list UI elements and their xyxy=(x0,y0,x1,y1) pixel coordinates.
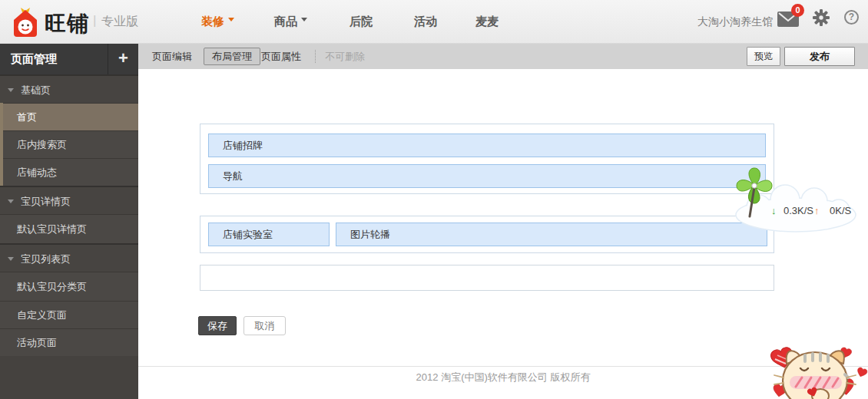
nav-item-backyard[interactable]: 后院 xyxy=(350,15,373,29)
editor-toolbar: 页面编辑 布局管理 页面属性 不可删除 预览 发布 xyxy=(138,44,868,69)
module-navigation[interactable]: 导航 xyxy=(208,164,766,188)
edition-label: 专业版 xyxy=(101,14,138,30)
sidebar-item-label: 自定义页面 xyxy=(17,309,67,321)
sidebar-item-default-item-category[interactable]: 默认宝贝分类页 xyxy=(0,272,138,301)
sidebar-item-activity-page[interactable]: 活动页面 xyxy=(0,328,138,356)
toolbar-divider xyxy=(315,50,316,63)
nav-item-maimai[interactable]: 麦麦 xyxy=(475,15,499,29)
nav-item-label: 商品 xyxy=(274,15,297,28)
cat-sticker xyxy=(762,338,868,399)
wangpu-logo-icon xyxy=(11,6,40,41)
sidebar-item-label: 店铺动态 xyxy=(17,167,57,178)
layout-row-2: 店铺实验室 图片轮播 xyxy=(200,216,774,253)
sidebar-item-label: 活动页面 xyxy=(17,337,57,348)
download-arrow-icon: ↓ xyxy=(771,205,777,216)
preview-button[interactable]: 预览 xyxy=(747,47,780,66)
copyright-text: 2012 淘宝(中国)软件有限公司 版权所有 xyxy=(138,371,868,384)
nav-item-label: 装修 xyxy=(201,15,224,28)
nav-item-label: 活动 xyxy=(414,15,437,28)
sidebar-item-label: 首页 xyxy=(17,111,37,123)
mail-badge: 0 xyxy=(791,4,804,17)
gear-icon[interactable] xyxy=(813,9,830,26)
cat-ear-left xyxy=(787,351,800,364)
module-image-carousel[interactable]: 图片轮播 xyxy=(336,223,767,246)
upload-speed: 0K/S xyxy=(830,205,851,216)
shop-name[interactable]: 大淘小淘养生馆 xyxy=(697,15,773,29)
top-header: 旺铺 | 专业版 装修 商品 后院 活动 麦麦 大淘小淘养生馆 0 ? xyxy=(0,0,868,44)
nav-item-activities[interactable]: 活动 xyxy=(414,15,437,29)
brand-divider: | xyxy=(93,13,96,28)
sidebar-item-label: 默认宝贝分类页 xyxy=(17,281,87,292)
sidebar-header: 页面管理 + xyxy=(0,44,138,74)
help-icon[interactable]: ? xyxy=(844,10,859,25)
triangle-down-icon xyxy=(8,88,14,95)
sidebar-item-shop-search-page[interactable]: 店内搜索页 xyxy=(0,130,138,158)
sidebar-section-basic-pages[interactable]: 基础页 xyxy=(0,74,138,103)
sidebar-item-label: 基础页 xyxy=(21,84,51,96)
undeletable-label: 不可删除 xyxy=(325,44,365,69)
sidebar-item-custom-page[interactable]: 自定义页面 xyxy=(0,301,138,328)
tab-layout-manage[interactable]: 布局管理 xyxy=(204,48,260,65)
nav-item-decorate[interactable]: 装修 xyxy=(201,15,234,29)
page-manager-sidebar: 页面管理 + 基础页 首页 店内搜索页 店铺动态 宝贝详情页 默认宝贝详情页 宝… xyxy=(0,44,138,399)
sidebar-section-item-list-pages[interactable]: 宝贝列表页 xyxy=(0,243,138,272)
nav-item-label: 麦麦 xyxy=(475,15,499,28)
layout-row-1: 店铺招牌 导航 xyxy=(200,124,774,194)
footer-divider xyxy=(138,366,868,367)
tab-page-properties[interactable]: 页面属性 xyxy=(261,44,301,69)
sidebar-section-item-detail-pages[interactable]: 宝贝详情页 xyxy=(0,186,138,214)
chevron-down-icon xyxy=(228,18,234,25)
tab-page-edit[interactable]: 页面编辑 xyxy=(152,44,192,69)
cat-ear-right xyxy=(830,351,844,364)
cat-paw xyxy=(812,389,829,399)
publish-button[interactable]: 发布 xyxy=(784,47,855,66)
sidebar-item-label: 宝贝列表页 xyxy=(21,253,71,265)
chevron-down-icon xyxy=(301,18,307,25)
layout-row-empty[interactable] xyxy=(200,265,774,291)
cancel-button[interactable]: 取消 xyxy=(244,316,286,335)
sidebar-item-homepage[interactable]: 首页 xyxy=(0,103,138,130)
upload-arrow-icon: ↑ xyxy=(814,205,820,216)
sidebar-item-label: 默认宝贝详情页 xyxy=(17,223,87,235)
nav-item-products[interactable]: 商品 xyxy=(274,15,307,29)
sidebar-item-label: 宝贝详情页 xyxy=(21,196,71,207)
nav-item-label: 后院 xyxy=(350,15,373,28)
module-shop-banner[interactable]: 店铺招牌 xyxy=(208,134,766,157)
save-button[interactable]: 保存 xyxy=(198,316,237,335)
add-page-button[interactable]: + xyxy=(108,44,138,74)
triangle-down-icon xyxy=(8,257,14,264)
sidebar-item-shop-news[interactable]: 店铺动态 xyxy=(0,158,138,186)
brand-name: 旺铺 xyxy=(45,9,89,38)
module-shop-lab[interactable]: 店铺实验室 xyxy=(208,223,330,246)
triangle-down-icon xyxy=(8,200,14,206)
sidebar-item-default-item-detail[interactable]: 默认宝贝详情页 xyxy=(0,214,138,243)
download-speed: 0.3K/S xyxy=(784,205,813,216)
sidebar-item-label: 店内搜索页 xyxy=(17,139,67,150)
